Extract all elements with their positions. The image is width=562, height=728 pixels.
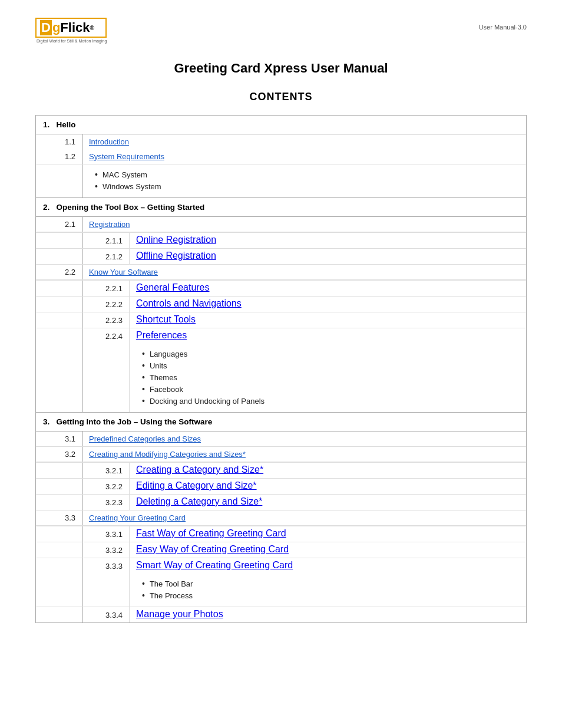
entry-1-1-num: 1.1 xyxy=(36,134,83,149)
entry-2-2-4-indent1 xyxy=(36,328,83,344)
section-3-header: 3. Getting Into the Job – Using the Soft… xyxy=(36,412,527,431)
entry-3-2-2-content: Editing a Category and Size* xyxy=(130,479,526,494)
entry-3-3-3-bullets-row: The Tool Bar The Process xyxy=(36,574,526,607)
entry-3-3: 3.3 Creating Your Greeting Card 3.3.1 Fa… xyxy=(36,510,527,623)
entry-2-1: 2.1 Registration 2.1.1 Online Registrati… xyxy=(36,217,527,264)
entry-3-3-3-b-indent1 xyxy=(36,574,83,607)
entry-2-1-row: 2.1 Registration xyxy=(36,217,526,232)
link-offline-registration[interactable]: Offline Registration xyxy=(136,251,216,261)
link-know-your-software[interactable]: Know Your Software xyxy=(89,268,158,276)
entry-3-2-3-row: 3.2.3 Deleting a Category and Size* xyxy=(36,494,526,510)
entry-3-3-4-content: Manage your Photos xyxy=(130,607,526,622)
link-introduction[interactable]: Introduction xyxy=(89,137,129,146)
entry-3-2-2-row: 3.2.2 Editing a Category and Size* xyxy=(36,478,526,494)
logo-trademark: ® xyxy=(90,25,94,31)
entry-2-2-2-row: 2.2.2 Controls and Navigations xyxy=(36,296,526,312)
preferences-bullets: Languages Units Themes Facebook Docking … xyxy=(136,345,520,409)
entry-3-3-3-indent1 xyxy=(36,558,83,574)
system-req-bullets: MAC System Windows System xyxy=(89,166,520,195)
entry-1-2-bullets-row: MAC System Windows System xyxy=(36,164,526,197)
entry-3-3-2-content: Easy Way of Creating Greeting Card xyxy=(130,542,526,558)
entry-3-2-1-row: 3.2.1 Creating a Category and Size* xyxy=(36,462,526,478)
bullet-process: The Process xyxy=(142,589,520,601)
entry-2-2-row: 2.2 Know Your Software xyxy=(36,264,526,280)
logo-flick: Flick xyxy=(60,20,90,35)
link-predefined-categories[interactable]: Predefined Categories and Sizes xyxy=(89,434,201,443)
entry-2-2-4-row: 2.2.4 Preferences xyxy=(36,328,526,344)
entry-3-2-num: 3.2 xyxy=(36,447,83,462)
link-deleting-category[interactable]: Deleting a Category and Size* xyxy=(136,496,262,506)
link-creating-greeting-card[interactable]: Creating Your Greeting Card xyxy=(89,513,186,522)
entry-2-1-1-indent2: 2.1.1 xyxy=(83,233,130,248)
entry-3-3-2-num: 3.3.2 xyxy=(83,542,130,558)
entry-2-1-2-indent1 xyxy=(36,249,83,264)
logo-tagline: Digital World for Still & Motion Imaging xyxy=(37,39,107,43)
entry-1-2-indent xyxy=(36,164,83,197)
entry-3-3-2-row: 3.3.2 Easy Way of Creating Greeting Card xyxy=(36,542,526,558)
link-manage-photos[interactable]: Manage your Photos xyxy=(136,609,223,619)
link-editing-category[interactable]: Editing a Category and Size* xyxy=(136,480,257,490)
contents-title: CONTENTS xyxy=(35,91,527,103)
logo: DgFlick® xyxy=(35,18,107,38)
link-easy-way[interactable]: Easy Way of Creating Greeting Card xyxy=(136,544,289,554)
link-creating-category[interactable]: Creating a Category and Size* xyxy=(136,465,263,475)
entry-2-1-num: 2.1 xyxy=(36,217,83,232)
entry-2-2-3-indent1 xyxy=(36,312,83,328)
entry-3-1-row: 3.1 Predefined Categories and Sizes xyxy=(36,431,526,446)
entry-3-2-1-indent1 xyxy=(36,463,83,478)
entry-2-2-content: Know Your Software xyxy=(83,265,526,279)
link-general-features[interactable]: General Features xyxy=(136,282,210,292)
entry-3-2-1-content: Creating a Category and Size* xyxy=(130,463,526,478)
entry-3-3-1-indent1 xyxy=(36,526,83,542)
entry-3-3-3-b-indent2 xyxy=(83,574,130,607)
link-controls-navigations[interactable]: Controls and Navigations xyxy=(136,298,242,308)
entry-2-1-content: Registration xyxy=(83,217,526,232)
entry-2-1-1-row: 2.1.1 Online Registration xyxy=(36,232,526,248)
entry-3-3-2-indent1 xyxy=(36,542,83,558)
link-smart-way[interactable]: Smart Way of Creating Greeting Card xyxy=(136,560,293,570)
entry-2-2-1-num: 2.2.1 xyxy=(83,281,130,296)
entry-3-2-3-indent1 xyxy=(36,495,83,510)
bullet-mac: MAC System xyxy=(95,169,520,180)
link-registration[interactable]: Registration xyxy=(89,220,130,229)
entry-2-2: 2.2 Know Your Software 2.2.1 General Fea… xyxy=(36,264,527,412)
entry-3-3-row: 3.3 Creating Your Greeting Card xyxy=(36,510,526,526)
entry-2-2-3-row: 2.2.3 Shortcut Tools xyxy=(36,312,526,328)
entry-2-2-2-content: Controls and Navigations xyxy=(130,297,526,312)
entry-2-2-num: 2.2 xyxy=(36,265,83,279)
section-1-header: 1. Hello xyxy=(36,116,527,135)
entry-3-2-2-indent1 xyxy=(36,479,83,494)
entry-2-1-1-indent1 xyxy=(36,233,83,248)
link-system-requirements[interactable]: System Requirements xyxy=(89,152,164,161)
smart-way-bullets: The Tool Bar The Process xyxy=(136,575,520,604)
bullet-units: Units xyxy=(142,360,520,371)
entry-2-2-4-content: Preferences xyxy=(130,328,526,344)
entry-3-2-1-num: 3.2.1 xyxy=(83,463,130,478)
link-creating-modifying-categories[interactable]: Creating and Modifying Categories and Si… xyxy=(89,450,246,459)
header: DgFlick® Digital World for Still & Motio… xyxy=(35,18,527,43)
link-online-registration[interactable]: Online Registration xyxy=(136,235,216,245)
entry-2-1-1-content: Online Registration xyxy=(130,233,526,248)
entry-2-2-1-content: General Features xyxy=(130,281,526,296)
bullet-languages: Languages xyxy=(142,348,520,360)
entry-1-1-row: 1.1 Introduction xyxy=(36,134,526,149)
entry-3-3-3-bullets: The Tool Bar The Process xyxy=(130,574,526,607)
link-preferences[interactable]: Preferences xyxy=(136,330,187,340)
entry-3-3-3-content: Smart Way of Creating Greeting Card xyxy=(130,558,526,574)
entry-2-1-2-indent2: 2.1.2 xyxy=(83,249,130,264)
link-shortcut-tools[interactable]: Shortcut Tools xyxy=(136,314,196,324)
entry-3-3-1-content: Fast Way of Creating Greeting Card xyxy=(130,526,526,542)
entry-2-2-3-content: Shortcut Tools xyxy=(130,312,526,328)
entry-3-3-4-num: 3.3.4 xyxy=(83,607,130,622)
entry-1-1: 1.1 Introduction xyxy=(36,134,527,149)
page: DgFlick® Digital World for Still & Motio… xyxy=(0,0,562,728)
section-2-header: 2. Opening the Tool Box – Getting Starte… xyxy=(36,197,527,217)
entry-2-2-4-num: 2.2.4 xyxy=(83,328,130,344)
entry-2-2-4-bullets-row: Languages Units Themes Facebook Docking … xyxy=(36,344,526,412)
entry-2-2-1-row: 2.2.1 General Features xyxy=(36,280,526,296)
logo-d: D xyxy=(40,20,52,35)
entry-3-2-3-content: Deleting a Category and Size* xyxy=(130,495,526,510)
section-2-title: 2. Opening the Tool Box – Getting Starte… xyxy=(36,197,526,217)
link-fast-way[interactable]: Fast Way of Creating Greeting Card xyxy=(136,528,286,538)
entry-2-1-2-content: Offline Registration xyxy=(130,249,526,264)
